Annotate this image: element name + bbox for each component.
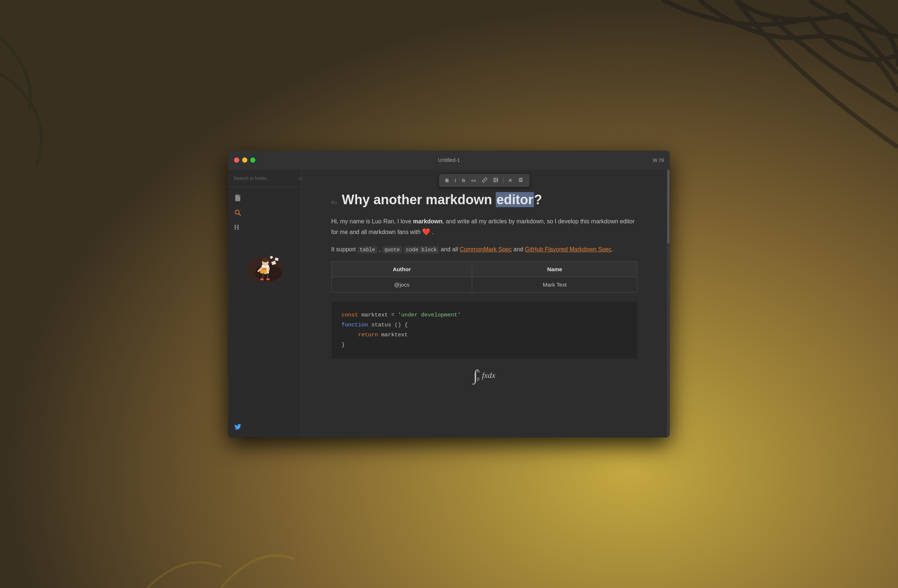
code-indent bbox=[341, 332, 355, 338]
app-window: Untitled-1 W 79 ⌕ bbox=[228, 150, 670, 438]
code-keyword-return: return bbox=[358, 332, 378, 338]
heading-text-after: ? bbox=[534, 192, 542, 207]
code-line-3: return marktext bbox=[341, 330, 627, 340]
paragraph-1: Hi, my name is Luo Ran, I love markdown,… bbox=[331, 216, 637, 238]
scrollbar-thumb[interactable] bbox=[667, 170, 669, 244]
sidebar-nav: H bbox=[228, 187, 301, 239]
table-row: @jocs Mark Text bbox=[332, 277, 637, 292]
bold-text: markdown bbox=[413, 218, 442, 224]
image-button[interactable] bbox=[491, 176, 501, 185]
title-bar: Untitled-1 W 79 bbox=[228, 150, 670, 170]
strikethrough-button[interactable]: S bbox=[459, 176, 468, 185]
heading-text-before: Why another markdown bbox=[342, 192, 496, 207]
italic-button[interactable]: I bbox=[452, 176, 458, 185]
svg-point-15 bbox=[266, 278, 269, 280]
sidebar-search: ⌕ bbox=[228, 170, 301, 187]
svg-point-20 bbox=[495, 179, 495, 180]
svg-line-2 bbox=[239, 214, 241, 216]
main-layout: ⌕ H bbox=[228, 170, 670, 438]
code-return-val: marktext bbox=[381, 332, 408, 338]
sidebar-item-search[interactable] bbox=[228, 206, 301, 219]
heading-label: H₃ bbox=[331, 200, 337, 205]
sidebar: ⌕ H bbox=[228, 170, 302, 438]
code-block: const marktext = 'under development' fun… bbox=[331, 301, 637, 359]
word-count: W 79 bbox=[653, 158, 664, 163]
sidebar-item-files[interactable] bbox=[228, 191, 301, 204]
heading-line: H₃ Why another markdown editor? bbox=[331, 192, 637, 207]
format-toolbar: B I S <> bbox=[439, 174, 530, 187]
heading-selected-word: editor bbox=[496, 192, 534, 207]
table-cell-author: @jocs bbox=[332, 277, 472, 292]
integral-upper: ∞ bbox=[477, 369, 480, 374]
svg-line-12 bbox=[262, 274, 263, 279]
toolbar-separator bbox=[503, 177, 503, 184]
editor-area[interactable]: B I S <> bbox=[302, 170, 667, 438]
svg-point-7 bbox=[262, 258, 268, 263]
bold-button[interactable]: B bbox=[443, 176, 451, 185]
link-button[interactable] bbox=[480, 176, 490, 185]
window-title: Untitled-1 bbox=[438, 157, 460, 163]
remove-format-button[interactable]: ✕ bbox=[506, 176, 515, 185]
svg-line-13 bbox=[267, 274, 268, 279]
twitter-link[interactable] bbox=[228, 418, 301, 438]
code-func-name: status () { bbox=[371, 322, 408, 328]
code-closing-brace: } bbox=[341, 342, 345, 348]
code-line-1: const marktext = 'under development' bbox=[341, 310, 627, 320]
heart-emoji: ❤️ bbox=[422, 228, 430, 235]
integral-expression: fxdx bbox=[482, 370, 495, 380]
search-input[interactable] bbox=[233, 175, 295, 181]
sidebar-illustration bbox=[239, 246, 291, 283]
paragraph-2: It support table , quote code block and … bbox=[331, 244, 637, 255]
close-button[interactable] bbox=[234, 158, 239, 163]
svg-point-1 bbox=[235, 210, 239, 214]
code-string-value: 'under development' bbox=[398, 312, 461, 318]
gfm-link[interactable]: GitHub Flavored Markdown Spec bbox=[525, 246, 612, 252]
integral-lower: 0 bbox=[477, 377, 479, 382]
code-line-4: } bbox=[341, 340, 627, 350]
headings-label: H bbox=[234, 224, 239, 232]
math-block: ∫ ∞ 0 fxdx bbox=[331, 368, 637, 383]
code-var-marktext: marktext = bbox=[361, 312, 398, 318]
sidebar-item-headings[interactable]: H bbox=[228, 221, 301, 234]
markdown-table: Author Name @jocs Mark Text bbox=[331, 261, 637, 293]
commonmark-link[interactable]: CommonMark Spec bbox=[460, 246, 512, 252]
inline-code-quote: quote bbox=[382, 246, 402, 253]
svg-rect-17 bbox=[275, 258, 278, 261]
main-heading: Why another markdown editor? bbox=[342, 192, 542, 207]
table-header-name: Name bbox=[472, 261, 637, 277]
math-formula: ∫ ∞ 0 fxdx bbox=[473, 368, 495, 383]
scrollbar-track[interactable] bbox=[667, 170, 670, 438]
table-cell-name: Mark Text bbox=[472, 277, 637, 292]
erase-button[interactable] bbox=[516, 176, 526, 185]
inline-code-button[interactable]: <> bbox=[469, 177, 479, 185]
editor-content[interactable]: H₃ Why another markdown editor? Hi, my n… bbox=[302, 170, 667, 438]
maximize-button[interactable] bbox=[250, 158, 255, 163]
inline-code-table: table bbox=[357, 246, 377, 253]
svg-line-11 bbox=[268, 268, 269, 271]
code-keyword-function: function bbox=[341, 322, 368, 328]
minimize-button[interactable] bbox=[242, 158, 247, 163]
code-line-2: function status () { bbox=[341, 320, 627, 330]
table-header-author: Author bbox=[332, 261, 472, 277]
inline-code-codeblock: code block bbox=[404, 246, 439, 253]
traffic-lights bbox=[234, 158, 255, 163]
code-keyword-const: const bbox=[341, 312, 358, 318]
svg-point-14 bbox=[260, 278, 263, 280]
